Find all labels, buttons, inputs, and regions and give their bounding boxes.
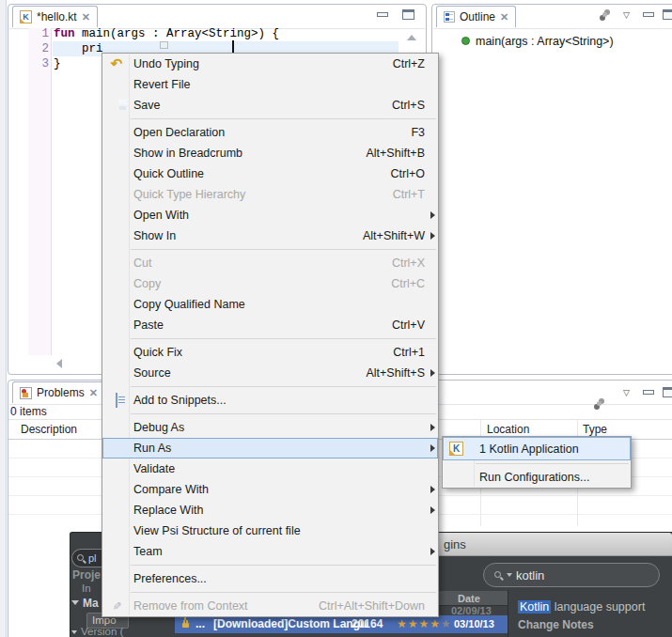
- menu-item-add-to-snippets[interactable]: Add to Snippets...: [102, 390, 438, 411]
- menu-item-copy[interactable]: Copy Ctrl+C: [102, 273, 438, 294]
- minimize-icon[interactable]: [377, 12, 388, 17]
- column-header-type[interactable]: Type: [583, 423, 607, 436]
- menu-item-label: Save: [133, 99, 161, 112]
- menu-item-shortcut: Ctrl+Alt+Shift+Down: [319, 599, 425, 613]
- minimize-icon[interactable]: [643, 390, 654, 395]
- tree-item-ma[interactable]: Ma: [83, 597, 99, 610]
- menu-item-label: Copy Qualified Name: [133, 298, 245, 311]
- menu-item-quick-fix[interactable]: Quick Fix Ctrl+1: [102, 342, 438, 363]
- focus-icon[interactable]: [599, 9, 611, 21]
- star-icon: ★★★★: [397, 617, 441, 630]
- problems-tab[interactable]: Problems ✕: [12, 381, 105, 403]
- menu-item-show-in-breadcrumb[interactable]: Show in Breadcrumb Alt+Shift+B: [102, 143, 438, 163]
- submenu-item-run-configurations[interactable]: Run Configurations...: [443, 466, 631, 488]
- menu-item-label: Team: [133, 545, 163, 558]
- kotlin-icon: K: [449, 442, 463, 456]
- menu-item-label: Compare With: [133, 483, 209, 496]
- plugin-row-name: [Downloaded]Custom Langu: [213, 617, 367, 630]
- problems-count: 0 items: [10, 405, 47, 418]
- menu-item-shortcut: Ctrl+V: [392, 318, 425, 332]
- menu-item-remove-from-context[interactable]: ✎ Remove from Context Ctrl+Alt+Shift+Dow…: [102, 596, 438, 616]
- focus-icon[interactable]: [593, 398, 605, 410]
- left-search-field[interactable]: pl: [71, 549, 102, 567]
- menu-item-view-psi-structure[interactable]: View Psi Structure of current file: [102, 520, 438, 541]
- menu-item-shortcut: Alt+Shift+S: [366, 366, 425, 380]
- maximize-icon[interactable]: [663, 9, 672, 20]
- menu-item-shortcut: Alt+Shift+W: [363, 229, 425, 242]
- star-icon: ★: [441, 617, 452, 630]
- submenu-item-label: Run Configurations...: [479, 471, 589, 484]
- menu-item-paste[interactable]: Paste Ctrl+V: [102, 315, 438, 335]
- menu-item-run-as[interactable]: Run As: [102, 438, 438, 458]
- menu-item-cut[interactable]: Cut Ctrl+X: [102, 253, 438, 273]
- collapse-triangle-icon[interactable]: [71, 600, 79, 605]
- outline-tab-title: Outline: [460, 10, 495, 23]
- menu-item-replace-with[interactable]: Replace With: [102, 500, 438, 520]
- menu-separator: [102, 411, 438, 417]
- menu-item-shortcut: Alt+Shift+B: [366, 147, 425, 160]
- menu-separator: [102, 116, 438, 122]
- code-line-1[interactable]: fun main(args : Array<String>) {: [54, 26, 279, 41]
- code-line-3[interactable]: }: [54, 56, 61, 71]
- minimize-icon[interactable]: [643, 12, 654, 17]
- close-icon[interactable]: ✕: [82, 12, 90, 23]
- search-icon: [77, 554, 86, 563]
- menu-item-compare-with[interactable]: Compare With: [102, 479, 438, 500]
- menu-item-open-with[interactable]: Open With: [102, 205, 438, 225]
- tab-area-divider: [433, 28, 672, 29]
- menu-item-revert-file[interactable]: Revert File: [102, 74, 438, 95]
- editor-context-menu: ↶ Undo Typing Ctrl+Z Revert File Save Ct…: [102, 53, 439, 617]
- menu-item-label: Quick Outline: [133, 167, 204, 180]
- plugin-detail-title-rest: language support: [551, 600, 645, 614]
- plugin-search-field[interactable]: kotlin: [483, 563, 660, 587]
- menu-item-quick-outline[interactable]: Quick Outline Ctrl+O: [102, 163, 438, 184]
- menu-item-show-in[interactable]: Show In Alt+Shift+W: [102, 225, 438, 246]
- occurrence-marker: [160, 41, 168, 49]
- outline-item-main[interactable]: main(args : Array<String>): [476, 35, 614, 48]
- maximize-icon[interactable]: [402, 9, 414, 20]
- line-number: 1: [28, 26, 49, 41]
- menu-item-save[interactable]: Save Ctrl+S: [102, 95, 438, 116]
- search-highlight: Kotlin: [518, 600, 551, 614]
- search-options-icon[interactable]: [507, 573, 512, 577]
- menu-item-shortcut: Ctrl+X: [392, 256, 425, 270]
- column-header-description[interactable]: Description: [21, 423, 77, 436]
- menu-item-shortcut: Ctrl+T: [393, 188, 425, 201]
- scroll-up-icon[interactable]: [407, 35, 416, 40]
- plugins-window-title: gins: [444, 537, 466, 552]
- plugin-row-selected[interactable]: ... [Downloaded]Custom Langu 20164 ★★★★★…: [175, 615, 508, 633]
- close-icon[interactable]: ✕: [89, 388, 98, 398]
- code-line-2[interactable]: pri: [54, 41, 103, 56]
- view-menu-icon[interactable]: ▽: [623, 11, 630, 20]
- submenu-item-kotlin-application[interactable]: K 1 Kotlin Application: [443, 437, 631, 460]
- menu-item-undo-typing[interactable]: ↶ Undo Typing Ctrl+Z: [102, 54, 438, 74]
- menu-item-source[interactable]: Source Alt+Shift+S: [102, 363, 438, 383]
- close-icon[interactable]: ✕: [500, 12, 508, 23]
- menu-item-label: Show in Breadcrumb: [133, 147, 242, 160]
- outline-tab[interactable]: Outline ✕: [436, 6, 516, 27]
- column-header-location[interactable]: Location: [487, 423, 529, 436]
- tree-item-version[interactable]: Version (: [81, 626, 123, 637]
- menu-item-shortcut: Ctrl+1: [393, 346, 425, 359]
- menu-item-label: Quick Fix: [133, 346, 182, 359]
- change-notes-heading: Change Notes: [518, 618, 594, 631]
- scroll-left-icon[interactable]: [56, 359, 62, 368]
- run-as-submenu: K 1 Kotlin Application Run Configuration…: [442, 436, 632, 489]
- plugin-detail-title: Kotlin language support: [518, 600, 645, 614]
- menu-item-validate[interactable]: Validate: [102, 458, 438, 479]
- collapse-triangle-icon[interactable]: [71, 630, 77, 634]
- tree-item-in[interactable]: In: [82, 583, 91, 594]
- menu-item-open-declaration[interactable]: Open Declaration F3: [102, 122, 438, 143]
- menu-item-quick-type-hierarchy[interactable]: Quick Type Hierarchy Ctrl+T: [102, 184, 438, 205]
- view-menu-icon[interactable]: ▽: [623, 389, 630, 397]
- editor-tab-hello-kt[interactable]: K *hello.kt ✕: [12, 6, 98, 27]
- tree-item-project[interactable]: Proje: [72, 568, 101, 582]
- menu-item-debug-as[interactable]: Debug As: [102, 417, 438, 438]
- menu-item-copy-qualified-name[interactable]: Copy Qualified Name: [102, 294, 438, 315]
- date-column-header[interactable]: Date: [458, 593, 480, 604]
- line-number-gutter: [28, 28, 52, 355]
- kotlin-file-icon: K: [20, 10, 32, 23]
- menu-item-preferences[interactable]: Preferences...: [102, 568, 438, 589]
- maximize-icon[interactable]: [663, 387, 672, 397]
- menu-item-team[interactable]: Team: [102, 541, 438, 562]
